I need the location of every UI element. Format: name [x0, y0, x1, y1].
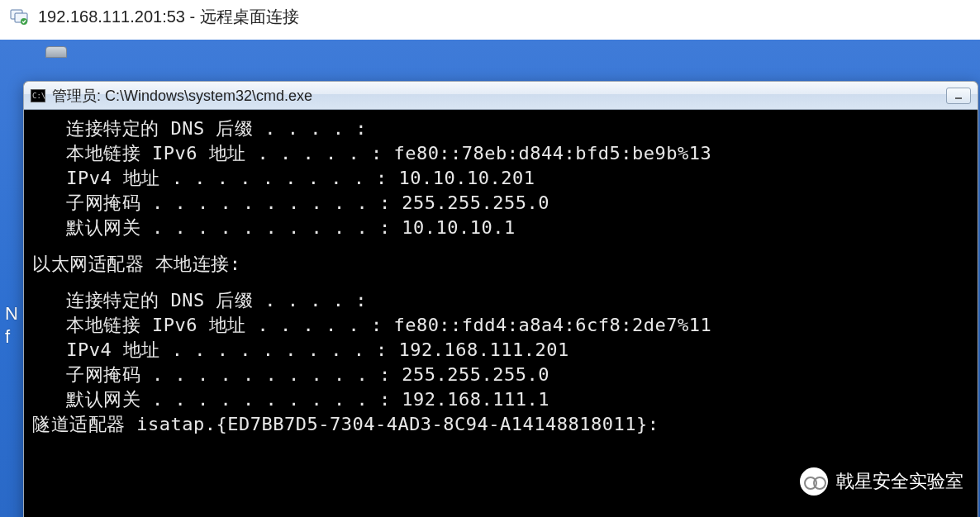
desktop-left-fragment-line: f — [5, 325, 18, 349]
cmd-output-line: IPv4 地址 . . . . . . . . . : 192.168.111.… — [32, 338, 969, 363]
desktop-left-fragment-line: N — [5, 302, 18, 325]
cmd-output-line: 隧道适配器 isatap.{ED7BB7D5-7304-4AD3-8C94-A1… — [32, 412, 969, 437]
cmd-title-text: 管理员: C:\Windows\system32\cmd.exe — [52, 86, 312, 106]
desktop-left-fragment: N f — [5, 302, 18, 349]
cmd-window[interactable]: C:\ 管理员: C:\Windows\system32\cmd.exe 连接特… — [23, 81, 978, 517]
watermark-text: 戟星安全实验室 — [836, 469, 963, 494]
rdp-icon — [10, 7, 28, 26]
cmd-output-line: 默认网关 . . . . . . . . . . : 192.168.111.1 — [32, 387, 969, 412]
cmd-output-line: IPv4 地址 . . . . . . . . . : 10.10.10.201 — [32, 166, 969, 191]
remote-desktop-area: N f C:\ 管理员: C:\Windows\system32\cmd.exe… — [0, 40, 980, 517]
cmd-output-line: 子网掩码 . . . . . . . . . . : 255.255.255.0 — [32, 191, 969, 216]
connection-pin-tab[interactable] — [45, 46, 67, 58]
cmd-output-line: 连接特定的 DNS 后缀 . . . . : — [32, 116, 969, 141]
rdp-title-bar: 192.168.111.201:53 - 远程桌面连接 — [0, 0, 980, 33]
cmd-output-line: 本地链接 IPv6 地址 . . . . . : fe80::78eb:d844… — [32, 141, 969, 166]
cmd-output-line: 默认网关 . . . . . . . . . . : 10.10.10.1 — [32, 216, 969, 240]
cmd-output-line: 连接特定的 DNS 后缀 . . . . : — [32, 288, 969, 313]
cmd-output-line: 本地链接 IPv6 地址 . . . . . : fe80::fdd4:a8a4… — [32, 313, 969, 338]
cmd-icon: C:\ — [31, 89, 45, 102]
cmd-output-area[interactable]: 连接特定的 DNS 后缀 . . . . : 本地链接 IPv6 地址 . . … — [24, 110, 978, 443]
cmd-title-bar[interactable]: C:\ 管理员: C:\Windows\system32\cmd.exe — [24, 82, 978, 110]
rdp-title-text: 192.168.111.201:53 - 远程桌面连接 — [38, 6, 299, 28]
cmd-output-line: 以太网适配器 本地连接: — [32, 252, 969, 277]
watermark: 戟星安全实验室 — [800, 467, 963, 496]
minimize-button[interactable] — [946, 88, 971, 104]
wechat-icon — [800, 467, 828, 496]
cmd-output-line: 子网掩码 . . . . . . . . . . : 255.255.255.0 — [32, 363, 969, 387]
